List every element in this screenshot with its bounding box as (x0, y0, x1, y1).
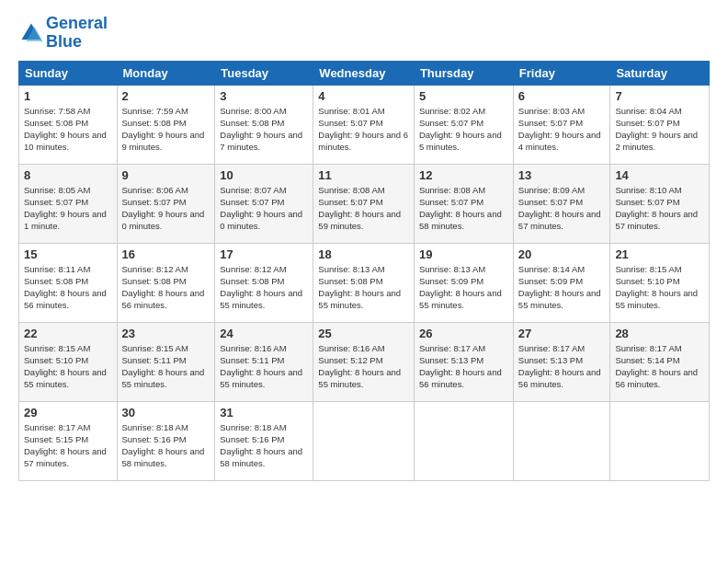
calendar-cell: 6 Sunrise: 8:03 AMSunset: 5:07 PMDayligh… (513, 85, 610, 164)
header: General Blue (18, 15, 710, 52)
cell-info: Sunrise: 7:59 AMSunset: 5:08 PMDaylight:… (122, 106, 205, 153)
calendar-cell: 27 Sunrise: 8:17 AMSunset: 5:13 PMDaylig… (513, 322, 610, 401)
calendar-cell: 26 Sunrise: 8:17 AMSunset: 5:13 PMDaylig… (414, 322, 513, 401)
cell-info: Sunrise: 8:17 AMSunset: 5:13 PMDaylight:… (518, 343, 601, 390)
calendar-cell: 22 Sunrise: 8:15 AMSunset: 5:10 PMDaylig… (19, 322, 118, 401)
day-number: 6 (518, 89, 606, 103)
cell-info: Sunrise: 8:03 AMSunset: 5:07 PMDaylight:… (518, 106, 601, 153)
day-number: 10 (220, 168, 308, 182)
calendar-cell (513, 401, 610, 480)
calendar-cell: 16 Sunrise: 8:12 AMSunset: 5:08 PMDaylig… (117, 243, 215, 322)
calendar-cell: 15 Sunrise: 8:11 AMSunset: 5:08 PMDaylig… (19, 243, 118, 322)
cell-info: Sunrise: 8:18 AMSunset: 5:16 PMDaylight:… (122, 422, 205, 469)
day-number: 20 (518, 247, 606, 261)
day-number: 3 (220, 89, 308, 103)
day-number: 7 (615, 89, 704, 103)
calendar-row-5: 29 Sunrise: 8:17 AMSunset: 5:15 PMDaylig… (19, 401, 710, 480)
cell-info: Sunrise: 8:15 AMSunset: 5:10 PMDaylight:… (24, 343, 107, 390)
weekday-header-monday: Monday (117, 61, 215, 85)
day-number: 23 (122, 327, 210, 340)
day-number: 19 (419, 247, 508, 261)
calendar-cell: 1 Sunrise: 7:58 AMSunset: 5:08 PMDayligh… (19, 85, 118, 164)
day-number: 8 (24, 168, 112, 182)
cell-info: Sunrise: 7:58 AMSunset: 5:08 PMDaylight:… (24, 106, 107, 153)
calendar-row-2: 8 Sunrise: 8:05 AMSunset: 5:07 PMDayligh… (19, 164, 710, 243)
weekday-header-sunday: Sunday (19, 61, 118, 85)
cell-info: Sunrise: 8:12 AMSunset: 5:08 PMDaylight:… (122, 264, 205, 311)
cell-info: Sunrise: 8:18 AMSunset: 5:16 PMDaylight:… (220, 422, 302, 469)
weekday-header-saturday: Saturday (610, 61, 710, 85)
weekday-header-row: SundayMondayTuesdayWednesdayThursdayFrid… (19, 61, 710, 85)
cell-info: Sunrise: 8:15 AMSunset: 5:11 PMDaylight:… (122, 343, 205, 390)
calendar-table: SundayMondayTuesdayWednesdayThursdayFrid… (18, 61, 710, 481)
cell-info: Sunrise: 8:05 AMSunset: 5:07 PMDaylight:… (24, 185, 107, 232)
cell-info: Sunrise: 8:14 AMSunset: 5:09 PMDaylight:… (518, 264, 601, 311)
weekday-header-wednesday: Wednesday (313, 61, 415, 85)
calendar-cell: 18 Sunrise: 8:13 AMSunset: 5:08 PMDaylig… (313, 243, 415, 322)
calendar-body: 1 Sunrise: 7:58 AMSunset: 5:08 PMDayligh… (19, 85, 710, 480)
cell-info: Sunrise: 8:13 AMSunset: 5:08 PMDaylight:… (318, 264, 401, 311)
cell-info: Sunrise: 8:16 AMSunset: 5:11 PMDaylight:… (220, 343, 302, 390)
calendar-row-1: 1 Sunrise: 7:58 AMSunset: 5:08 PMDayligh… (19, 85, 710, 164)
day-number: 28 (615, 327, 704, 340)
day-number: 11 (318, 168, 409, 182)
calendar-cell: 21 Sunrise: 8:15 AMSunset: 5:10 PMDaylig… (610, 243, 710, 322)
calendar-cell: 2 Sunrise: 7:59 AMSunset: 5:08 PMDayligh… (117, 85, 215, 164)
calendar-cell (610, 401, 710, 480)
calendar-cell: 17 Sunrise: 8:12 AMSunset: 5:08 PMDaylig… (215, 243, 313, 322)
day-number: 14 (615, 168, 704, 182)
calendar-cell: 25 Sunrise: 8:16 AMSunset: 5:12 PMDaylig… (313, 322, 415, 401)
calendar-cell: 20 Sunrise: 8:14 AMSunset: 5:09 PMDaylig… (513, 243, 610, 322)
calendar-cell: 28 Sunrise: 8:17 AMSunset: 5:14 PMDaylig… (610, 322, 710, 401)
cell-info: Sunrise: 8:02 AMSunset: 5:07 PMDaylight:… (419, 106, 502, 153)
logo-text: General Blue (46, 15, 108, 52)
cell-info: Sunrise: 8:11 AMSunset: 5:08 PMDaylight:… (24, 264, 107, 311)
cell-info: Sunrise: 8:06 AMSunset: 5:07 PMDaylight:… (122, 185, 205, 232)
day-number: 9 (122, 168, 210, 182)
calendar-cell: 23 Sunrise: 8:15 AMSunset: 5:11 PMDaylig… (117, 322, 215, 401)
calendar-cell (414, 401, 513, 480)
logo: General Blue (18, 15, 108, 52)
calendar-cell: 7 Sunrise: 8:04 AMSunset: 5:07 PMDayligh… (610, 85, 710, 164)
day-number: 31 (220, 406, 308, 419)
cell-info: Sunrise: 8:07 AMSunset: 5:07 PMDaylight:… (220, 185, 302, 232)
day-number: 17 (220, 247, 308, 261)
cell-info: Sunrise: 8:01 AMSunset: 5:07 PMDaylight:… (318, 106, 408, 153)
day-number: 30 (122, 406, 210, 419)
day-number: 15 (24, 247, 112, 261)
calendar-cell: 12 Sunrise: 8:08 AMSunset: 5:07 PMDaylig… (414, 164, 513, 243)
day-number: 16 (122, 247, 210, 261)
cell-info: Sunrise: 8:10 AMSunset: 5:07 PMDaylight:… (615, 185, 698, 232)
weekday-header-tuesday: Tuesday (215, 61, 313, 85)
cell-info: Sunrise: 8:17 AMSunset: 5:15 PMDaylight:… (24, 422, 107, 469)
day-number: 4 (318, 89, 409, 103)
day-number: 29 (24, 406, 112, 419)
day-number: 18 (318, 247, 409, 261)
cell-info: Sunrise: 8:17 AMSunset: 5:13 PMDaylight:… (419, 343, 502, 390)
day-number: 26 (419, 327, 508, 340)
calendar-cell: 8 Sunrise: 8:05 AMSunset: 5:07 PMDayligh… (19, 164, 118, 243)
cell-info: Sunrise: 8:00 AMSunset: 5:08 PMDaylight:… (220, 106, 302, 153)
calendar-cell: 11 Sunrise: 8:08 AMSunset: 5:07 PMDaylig… (313, 164, 415, 243)
cell-info: Sunrise: 8:04 AMSunset: 5:07 PMDaylight:… (615, 106, 698, 153)
calendar-cell: 24 Sunrise: 8:16 AMSunset: 5:11 PMDaylig… (215, 322, 313, 401)
day-number: 27 (518, 327, 606, 340)
calendar-cell: 31 Sunrise: 8:18 AMSunset: 5:16 PMDaylig… (215, 401, 313, 480)
day-number: 1 (24, 89, 112, 103)
cell-info: Sunrise: 8:16 AMSunset: 5:12 PMDaylight:… (318, 343, 401, 390)
cell-info: Sunrise: 8:09 AMSunset: 5:07 PMDaylight:… (518, 185, 601, 232)
calendar-cell: 9 Sunrise: 8:06 AMSunset: 5:07 PMDayligh… (117, 164, 215, 243)
cell-info: Sunrise: 8:12 AMSunset: 5:08 PMDaylight:… (220, 264, 302, 311)
cell-info: Sunrise: 8:17 AMSunset: 5:14 PMDaylight:… (615, 343, 698, 390)
calendar-cell: 14 Sunrise: 8:10 AMSunset: 5:07 PMDaylig… (610, 164, 710, 243)
cell-info: Sunrise: 8:13 AMSunset: 5:09 PMDaylight:… (419, 264, 502, 311)
weekday-header-friday: Friday (513, 61, 610, 85)
logo-icon (18, 20, 44, 46)
day-number: 24 (220, 327, 308, 340)
calendar-row-3: 15 Sunrise: 8:11 AMSunset: 5:08 PMDaylig… (19, 243, 710, 322)
day-number: 22 (24, 327, 112, 340)
calendar-cell: 19 Sunrise: 8:13 AMSunset: 5:09 PMDaylig… (414, 243, 513, 322)
cell-info: Sunrise: 8:15 AMSunset: 5:10 PMDaylight:… (615, 264, 698, 311)
day-number: 21 (615, 247, 704, 261)
calendar-cell: 3 Sunrise: 8:00 AMSunset: 5:08 PMDayligh… (215, 85, 313, 164)
